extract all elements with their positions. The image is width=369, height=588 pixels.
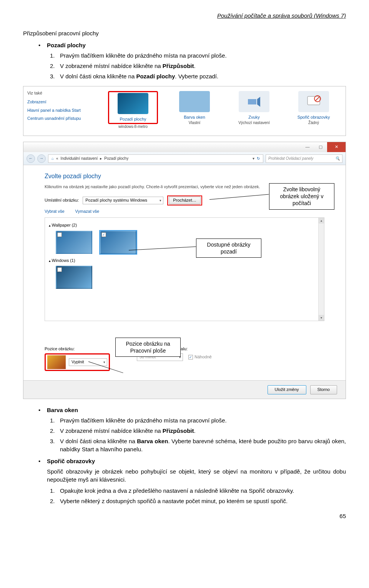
checkbox-icon[interactable] [57,232,62,237]
page-number: 65 [23,512,346,520]
browse-button[interactable]: Procházet… [169,197,201,204]
step-text: V dolní části okna klikněte na Pozadí pl… [60,72,218,80]
bullet-label: Pozadí plochy [47,41,86,49]
save-button[interactable]: Uložit změny [268,385,306,394]
bullet-icon: • [38,41,47,49]
step-number: 1. [50,416,60,424]
step-text: V dolní části okna klikněte na Barva oke… [60,437,346,453]
home-icon: ⌂ [52,156,54,161]
bullet-icon: • [38,406,47,414]
cancel-button[interactable]: Storno [310,385,337,394]
tile-sub: Výchozí nastavení [229,120,279,126]
location-label: Umístění obrázku: [45,197,79,203]
step-number: 3. [50,437,60,453]
svg-rect-1 [308,96,320,105]
step-number: 2. [50,62,60,70]
step-text: V zobrazené místní nabídce klikněte na P… [60,62,196,70]
tile-sub: Vlastní [170,120,219,126]
no-screensaver-icon [305,95,322,109]
group-label[interactable]: Windows (1) [49,258,320,263]
step-number: 1. [50,51,60,60]
step-text: Vyberte některý z dostupných spořičů a n… [60,497,288,505]
wallpaper-gallery: ▴▾ Wallpaper (2) ✓ Windows (1) [45,217,324,321]
minimize-button[interactable]: — [301,142,314,152]
sidebar-heading: Viz také [27,90,95,96]
background-window: — ▢ ✕ ← → ⌂ « Individuální nastavení ▸ P… [23,142,346,399]
wallpaper-thumb[interactable] [56,231,92,254]
bullet-label: Spořič obrazovky [47,457,95,465]
tile-title: Zvuky [229,114,279,120]
address-bar: ← → ⌂ « Individuální nastavení ▸ Pozadí … [23,152,346,165]
crumb-part[interactable]: Pozadí plochy [104,156,128,161]
tile-title: Barva oken [170,114,219,120]
bullet-label: Barva oken [47,406,78,414]
checkbox-icon[interactable]: ✓ [101,232,106,237]
position-dropdown[interactable]: Vyplnit [69,358,107,366]
step-text: Opakujte krok jedna a dva z předešlého n… [60,487,294,495]
tile-title: Pozadí plochy [110,116,156,122]
sidebar-link[interactable]: Centrum usnadnění přístupu [27,116,95,121]
step-number: 3. [50,72,60,80]
tile-screensaver[interactable]: Spořič obrazovky Žádný [289,91,339,126]
deselect-all-link[interactable]: Vymazat vše [75,209,100,214]
step-number: 2. [50,497,60,505]
paragraph: Spořič obrazovky je obrázek nebo pohybuj… [47,467,346,484]
sound-icon [246,96,262,108]
group-label[interactable]: Wallpaper (2) [49,222,320,228]
location-dropdown[interactable]: Pozadí plochy systému Windows [83,197,163,204]
forward-button[interactable]: → [37,154,46,163]
tile-sounds[interactable]: Zvuky Výchozí nastavení [229,91,279,126]
refresh-icon[interactable]: ↻ [257,156,260,161]
callout-gallery: Dostupné obrázky pozadí [196,239,261,258]
crumb-part: « [56,156,58,161]
scrollbar[interactable]: ▴▾ [318,218,324,321]
callout-browse: Zvolte libovolný obrázek uložený v počít… [269,183,334,210]
position-highlight: Vyplnit [45,353,110,371]
window-footer: Uložit změny Storno [23,380,346,399]
search-placeholder: Prohledat Ovládací panely [268,156,313,161]
running-header: Používání počítače a správa souborů (Win… [23,12,346,20]
titlebar: — ▢ ✕ [23,142,346,152]
callout-position: Pozice obrázku na Pracovní ploše [115,338,181,357]
back-button[interactable]: ← [27,154,35,163]
personalization-strip: Viz také Zobrazení Hlavní panel a nabídk… [23,86,346,136]
sidebar-link[interactable]: Zobrazení [27,99,95,105]
wallpaper-thumb[interactable] [56,266,92,289]
scroll-up-icon[interactable]: ▴ [319,218,324,224]
checkbox-icon[interactable] [57,267,62,272]
close-button[interactable]: ✕ [327,142,346,152]
tile-title: Spořič obrazovky [289,114,339,120]
step-text: Pravým tlačítkem klikněte do prázdného m… [60,416,227,424]
search-input[interactable]: Prohledat Ovládací panely 🔍 [266,154,342,163]
select-all-link[interactable]: Vybrat vše [45,209,65,214]
page-title: Zvolte pozadí plochy [45,172,324,181]
step-number: 2. [50,427,60,435]
breadcrumb[interactable]: ⌂ « Individuální nastavení ▸ Pozadí ploc… [48,154,263,163]
position-label: Pozice obrázku: [45,346,110,352]
crumb-part[interactable]: Individuální nastavení [61,156,98,161]
step-number: 1. [50,487,60,495]
tile-sub: windows-8-metro [108,124,158,129]
step-text: Pravým tlačítkem klikněte do prázdného m… [60,51,227,60]
tile-background[interactable]: Pozadí plochy windows-8-metro [108,91,158,129]
bullet-icon: • [38,457,47,465]
tile-window-color[interactable]: Barva oken Vlastní [170,91,219,126]
tile-sub: Žádný [289,120,339,126]
browse-highlight: Procházet… [167,195,202,205]
scroll-down-icon[interactable]: ▾ [319,315,324,321]
maximize-button[interactable]: ▢ [314,142,327,152]
random-checkbox[interactable]: ✓Náhodně [188,354,212,360]
search-icon: 🔍 [335,156,340,161]
position-preview [47,355,66,369]
chevron-down-icon[interactable]: ▾ [253,156,254,161]
section-title: Přizpůsobení pracovní plochy [23,29,346,37]
chevron-right-icon: ▸ [100,156,102,161]
sidebar-link[interactable]: Hlavní panel a nabídka Start [27,108,95,113]
svg-rect-0 [248,99,256,104]
step-text: V zobrazené místní nabídce klikněte na P… [60,427,196,435]
